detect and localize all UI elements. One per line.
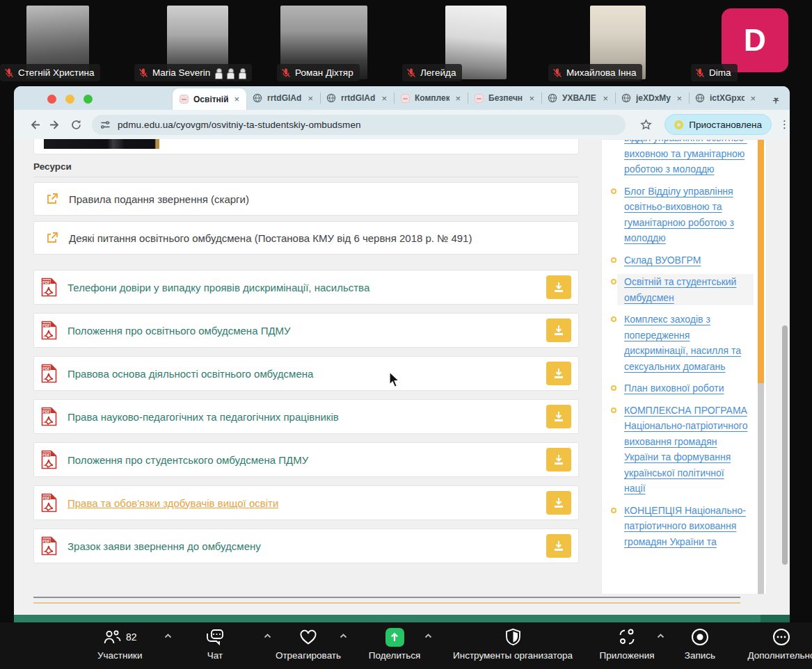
pdf-link[interactable]: Зразок заяви звернення до омбудсмену — [67, 540, 536, 552]
download-button[interactable] — [546, 405, 571, 428]
share-screen-button[interactable]: Поделиться — [363, 627, 426, 661]
share-chevron-icon[interactable] — [424, 634, 432, 638]
sidebar-link[interactable]: КОНЦЕПЦІЯ Національно-патріотичного вихо… — [624, 503, 748, 550]
tab-title: Освітній — [193, 95, 228, 104]
pdf-row: PDF Положення про освітнього омбудсмена … — [33, 313, 579, 348]
tab-close-icon[interactable]: × — [749, 93, 757, 104]
host-tools-button[interactable]: Инструменты организатора — [444, 627, 582, 661]
pdf-link-hovered[interactable]: Права та обов'язки здобувачів вищої осві… — [67, 497, 536, 509]
tab-close-icon[interactable]: × — [380, 93, 388, 104]
globe-favicon — [252, 92, 263, 104]
sidebar-scrollbar-thumb[interactable] — [758, 140, 764, 383]
browser-tab[interactable]: ictXGpxc × — [689, 86, 763, 110]
sidebar-link[interactable]: Комплекс заходів з попередження дискримі… — [624, 312, 748, 374]
download-button[interactable] — [546, 319, 571, 342]
translate-badge-label: Приостановлена — [689, 120, 762, 130]
tab-close-icon[interactable]: × — [601, 93, 610, 104]
pdf-link[interactable]: Телефони довіри у випадку проявів дискри… — [67, 282, 536, 293]
tab-close-icon[interactable]: × — [527, 93, 536, 104]
browser-tab[interactable]: jeXDxMy × — [615, 86, 689, 110]
translate-icon — [674, 120, 683, 129]
participants-button[interactable]: 82 Участники — [97, 627, 143, 661]
page-scrollbar-thumb[interactable] — [782, 325, 788, 565]
svg-text:PDF: PDF — [42, 410, 50, 414]
tab-close-icon[interactable]: × — [454, 93, 462, 104]
tab-osvitniy[interactable]: Освітній × — [173, 88, 246, 110]
link-label[interactable]: Деякі питання освітнього омбудсмена (Пос… — [69, 232, 472, 244]
link-label[interactable]: Правила подання звернення (скарги) — [69, 193, 249, 205]
browser-tab[interactable]: rrtdGlAd × — [320, 86, 394, 110]
minimize-window-button[interactable] — [65, 95, 74, 104]
footer-green-segment — [761, 615, 790, 622]
pdf-file-icon: PDF — [41, 277, 57, 297]
site-favicon — [178, 94, 189, 105]
react-button[interactable]: Отреагировать — [273, 627, 343, 661]
apps-label: Приложения — [600, 650, 655, 661]
pdf-link[interactable]: Положення про студентського омбудсмена П… — [67, 454, 536, 466]
sidebar-link[interactable]: План виховної роботи — [624, 380, 748, 396]
bookmark-star-icon[interactable] — [635, 114, 656, 135]
pdf-link[interactable]: Положення про освітнього омбудсмена ПДМУ — [67, 325, 536, 337]
tab-title: rrtdGlAd — [341, 93, 376, 103]
pdf-file-icon: PDF — [41, 450, 57, 469]
download-button[interactable] — [546, 534, 571, 558]
more-label: Дополнительно — [747, 650, 812, 661]
share-label: Поделиться — [369, 650, 421, 661]
browser-tab[interactable]: Безпечн × — [468, 86, 541, 110]
muted-mic-icon — [552, 68, 562, 78]
globe-favicon — [621, 92, 632, 104]
external-link-card[interactable]: Правила подання звернення (скарги) — [33, 182, 579, 216]
tab-title: Безпечн — [488, 93, 523, 103]
tab-search-chevron-icon[interactable]: ⌄ — [772, 92, 780, 102]
site-settings-icon[interactable] — [100, 120, 111, 130]
sidebar-link[interactable]: КОМПЛЕКСНА ПРОГРАМА Національно-патріоти… — [624, 403, 748, 497]
pdf-row: PDF Права та обов'язки здобувачів вищої … — [33, 485, 579, 520]
url-text[interactable]: pdmu.edu.ua/cyovgm/osvitniy-ta-studentsk… — [118, 120, 361, 130]
translate-paused-badge[interactable]: Приостановлена — [664, 114, 772, 135]
tab-title: УХВАЛЕ — [562, 93, 597, 103]
sidebar-link[interactable]: Блог Відділу управління освітньо-виховно… — [624, 184, 748, 246]
pdf-file-icon: PDF — [41, 407, 57, 426]
participants-chevron-icon[interactable] — [164, 634, 172, 638]
pdf-row: PDF Правова основа діяльності освітнього… — [33, 356, 579, 391]
forward-button[interactable] — [45, 114, 65, 135]
maximize-window-button[interactable] — [83, 95, 93, 104]
chat-button[interactable]: Чат — [205, 627, 225, 661]
apps-chevron-icon[interactable] — [657, 634, 664, 638]
chat-chevron-icon[interactable] — [264, 634, 271, 638]
external-link-card[interactable]: Деякі питання освітнього омбудсмена (Пос… — [33, 221, 579, 255]
browser-tab[interactable]: УХВАЛЕ × — [541, 86, 615, 110]
avatar[interactable]: D — [722, 8, 788, 72]
react-chevron-icon[interactable] — [340, 634, 347, 638]
sidebar-link[interactable]: відділ управління освітньо-виховною та г… — [624, 139, 748, 177]
window-controls[interactable] — [47, 95, 93, 104]
browser-tab[interactable]: Комплек × — [394, 86, 468, 110]
download-button[interactable] — [546, 491, 571, 515]
download-button[interactable] — [546, 275, 571, 299]
heart-icon — [298, 629, 318, 646]
pdf-link[interactable]: Правова основа діяльності освітнього омб… — [67, 368, 536, 380]
tab-close-icon[interactable]: × — [232, 94, 241, 104]
download-button[interactable] — [546, 448, 571, 471]
browser-menu-icon[interactable]: ⋮ — [779, 118, 790, 131]
url-bar[interactable]: pdmu.edu.ua/cyovgm/osvitniy-ta-studentsk… — [92, 115, 626, 135]
back-button[interactable] — [24, 114, 45, 135]
close-window-button[interactable] — [47, 95, 56, 104]
more-icon — [772, 628, 790, 646]
sidebar-scrollbar[interactable] — [758, 140, 764, 595]
reload-button[interactable] — [65, 114, 86, 135]
record-button[interactable]: Запись — [678, 627, 722, 661]
student-emoji — [226, 68, 234, 78]
sidebar-link-active[interactable]: Освітній та студентський омбудсмен — [617, 274, 754, 305]
tab-close-icon[interactable]: × — [675, 93, 683, 104]
footer-divider-accent — [33, 602, 740, 604]
browser-toolbar: pdmu.edu.ua/cyovgm/osvitniy-ta-studentsk… — [14, 110, 790, 139]
download-button[interactable] — [546, 362, 571, 385]
more-button[interactable]: Дополнительно — [743, 627, 812, 661]
sidebar-link[interactable]: Склад ВУОВГРМ — [624, 252, 748, 268]
pdf-link[interactable]: Права науково-педагогічних та педагогічн… — [67, 411, 536, 423]
tab-close-icon[interactable]: × — [306, 93, 315, 104]
browser-tab[interactable]: rrtdGlAd × — [246, 86, 320, 110]
student-emoji — [238, 68, 246, 78]
apps-button[interactable]: Приложения — [595, 627, 659, 661]
